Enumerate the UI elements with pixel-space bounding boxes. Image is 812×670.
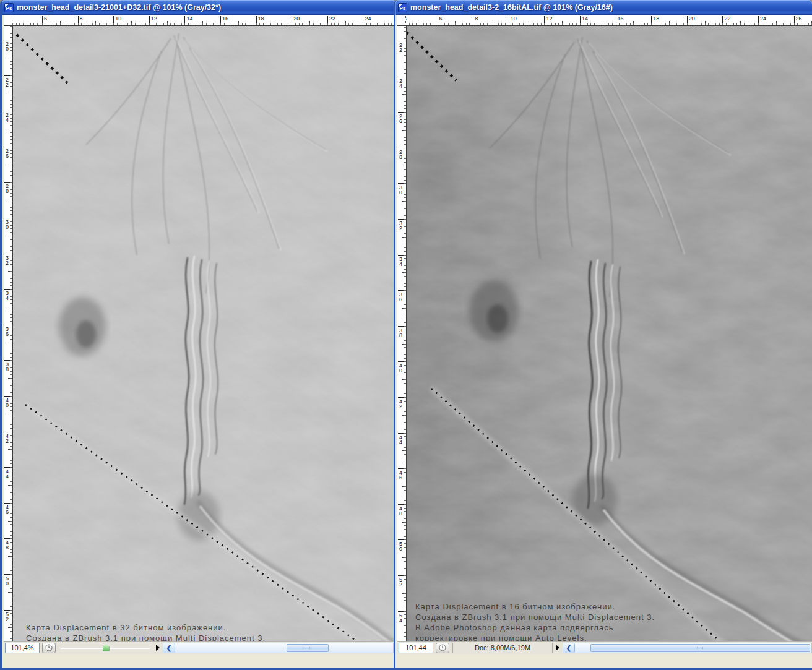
photoshop-workspace: Ps monster_head_detail3-21001+D32.tif @ … bbox=[0, 0, 812, 670]
vertical-ruler[interactable]: 202224262830323436384042444648505254 bbox=[4, 26, 13, 642]
ruler-major-tick bbox=[398, 183, 406, 184]
ruler-mid-tick bbox=[402, 379, 406, 380]
canvas-area-32bit[interactable]: Карта Displacement в 32 битном изображен… bbox=[13, 26, 394, 642]
horizontal-scrollbar[interactable]: ❮ bbox=[563, 643, 812, 653]
ruler-major-tick bbox=[398, 433, 406, 434]
ruler-major-tick bbox=[722, 16, 723, 25]
slider-thumb[interactable] bbox=[103, 645, 110, 651]
ruler-major-tick bbox=[4, 111, 12, 111]
ruler-label: 20 bbox=[6, 41, 9, 51]
ruler-label: 52 bbox=[399, 577, 402, 587]
ruler-major-tick bbox=[398, 326, 406, 327]
ruler-major-tick bbox=[398, 41, 406, 41]
horizontal-scrollbar[interactable]: ❮ bbox=[163, 643, 394, 653]
zoom-level-field[interactable]: 101,4% bbox=[5, 643, 40, 653]
ruler-major-tick bbox=[4, 396, 12, 397]
ruler-major-tick bbox=[509, 16, 509, 25]
ruler-mid-tick bbox=[402, 59, 406, 59]
horizontal-ruler[interactable]: 468101214161820222426 bbox=[397, 15, 812, 26]
ruler-label: 38 bbox=[6, 362, 9, 372]
canvas-area-16bit[interactable]: Карта Displacement в 16 битном изображен… bbox=[407, 26, 812, 642]
scroll-left-button[interactable]: ❮ bbox=[163, 643, 175, 653]
ruler-mid-tick bbox=[95, 21, 96, 25]
titlebar-16bit[interactable]: Ps monster_head_detail3-2_16bitAL.tif @ … bbox=[395, 0, 812, 15]
ruler-mid-tick bbox=[402, 486, 406, 487]
ruler-label: 18 bbox=[258, 15, 264, 22]
ruler-major-tick bbox=[292, 16, 292, 25]
ruler-mid-tick bbox=[8, 129, 12, 129]
ruler-origin-box[interactable] bbox=[397, 15, 406, 25]
ruler-major-tick bbox=[42, 16, 43, 25]
ruler-mid-tick bbox=[402, 629, 406, 629]
ruler-major-tick bbox=[4, 538, 12, 539]
caption-line: Карта Displacement в 16 битном изображен… bbox=[415, 601, 655, 612]
ruler-mid-tick bbox=[402, 415, 406, 416]
ruler-mid-tick bbox=[740, 21, 741, 25]
horizontal-ruler[interactable]: 681012141618202224 bbox=[4, 15, 394, 26]
ruler-major-tick bbox=[398, 112, 406, 113]
ruler-major-tick bbox=[363, 16, 363, 25]
ruler-major-tick bbox=[4, 40, 12, 40]
ruler-mid-tick bbox=[238, 21, 239, 25]
ruler-mid-tick bbox=[776, 21, 777, 25]
ruler-label: 30 bbox=[399, 185, 402, 195]
ruler-label: 22 bbox=[399, 43, 402, 53]
ruler-label: 24 bbox=[760, 15, 766, 22]
ruler-label: 46 bbox=[6, 505, 9, 515]
thumb-grip-icon bbox=[304, 647, 311, 649]
ruler-label: 16 bbox=[222, 15, 228, 22]
vertical-ruler[interactable]: 2224262830323436384042444648505254 bbox=[397, 26, 407, 642]
ruler-mid-tick bbox=[345, 21, 346, 25]
ruler-major-tick bbox=[4, 218, 12, 218]
ruler-origin-box[interactable] bbox=[4, 15, 12, 25]
ruler-label: 38 bbox=[399, 328, 402, 338]
scrollbar-thumb[interactable] bbox=[590, 644, 810, 652]
ruler-label: 36 bbox=[399, 292, 402, 302]
ruler-mid-tick bbox=[402, 130, 406, 131]
ruler-major-tick bbox=[398, 575, 406, 576]
ruler-mid-tick bbox=[8, 378, 12, 379]
ruler-label: 24 bbox=[365, 15, 371, 22]
ruler-mid-tick bbox=[402, 201, 406, 202]
ruler-label: 30 bbox=[6, 220, 9, 230]
ruler-label: 32 bbox=[399, 221, 402, 231]
scrollbar-thumb[interactable] bbox=[287, 644, 329, 652]
exposure-32bit-slider[interactable] bbox=[59, 643, 152, 653]
ruler-major-tick bbox=[4, 610, 12, 611]
titlebar-32bit[interactable]: Ps monster_head_detail3-21001+D32.tif @ … bbox=[2, 0, 395, 15]
ruler-label: 22 bbox=[6, 77, 9, 87]
ruler-label: 20 bbox=[689, 15, 695, 22]
ruler-major-tick bbox=[4, 147, 12, 147]
ruler-mid-tick bbox=[8, 449, 12, 450]
ruler-label: 14 bbox=[186, 15, 192, 22]
ruler-mid-tick bbox=[60, 21, 61, 25]
window-title: monster_head_detail3-2_16bitAL.tif @ 101… bbox=[410, 3, 613, 12]
caption-16bit: Карта Displacement в 16 битном изображен… bbox=[415, 601, 655, 642]
ruler-mid-tick bbox=[8, 414, 12, 414]
ruler-label: 32 bbox=[6, 256, 9, 265]
zoom-level-field[interactable]: 101,44 bbox=[399, 643, 433, 653]
ruler-mid-tick bbox=[527, 21, 527, 25]
ruler-mid-tick bbox=[8, 521, 12, 522]
ruler-mid-tick bbox=[8, 485, 12, 486]
scroll-left-button[interactable]: ❮ bbox=[563, 643, 575, 653]
ruler-mid-tick bbox=[402, 94, 406, 95]
ruler-mid-tick bbox=[420, 21, 420, 25]
ruler-label: 34 bbox=[399, 257, 402, 267]
ruler-major-tick bbox=[4, 75, 12, 76]
ruler-label: 26 bbox=[6, 148, 9, 158]
ruler-label: 6 bbox=[44, 15, 47, 22]
ruler-mid-tick bbox=[633, 21, 634, 25]
ruler-label: 44 bbox=[399, 435, 402, 445]
status-flyout-arrow-icon[interactable] bbox=[556, 645, 559, 651]
ruler-label: 10 bbox=[115, 15, 121, 22]
caption-line: Создана в ZBrush 3.1 при помощи Multi Di… bbox=[26, 633, 266, 642]
ruler-label: 40 bbox=[6, 398, 9, 408]
status-flyout-arrow-icon[interactable] bbox=[156, 645, 160, 651]
timing-button[interactable] bbox=[436, 643, 449, 653]
ruler-major-tick bbox=[4, 360, 12, 361]
ruler-major-tick bbox=[473, 16, 473, 25]
ruler-label: 44 bbox=[6, 469, 9, 479]
ruler-major-tick bbox=[4, 254, 12, 254]
timing-button[interactable] bbox=[42, 643, 56, 653]
